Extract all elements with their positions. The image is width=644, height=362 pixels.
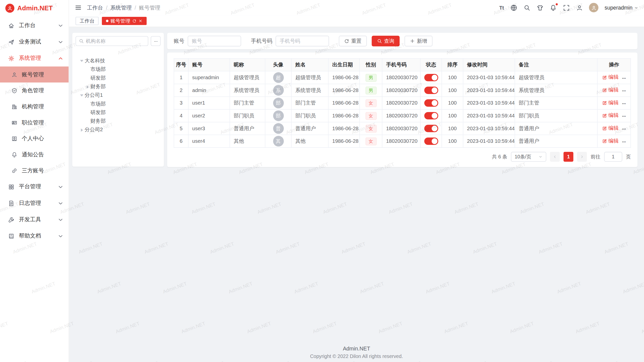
sidebar-item-系统管理[interactable]: 系统管理	[0, 50, 69, 66]
row-more-button[interactable]: ···	[622, 126, 626, 132]
goto-page-input[interactable]	[604, 152, 622, 162]
sidebar-subitem-通知公告[interactable]: 通知公告	[0, 147, 69, 163]
theme-icon-button[interactable]	[536, 4, 543, 11]
status-toggle[interactable]	[424, 99, 438, 107]
table-column-性别: 性别	[359, 59, 382, 71]
gender-badge: 女	[365, 112, 376, 120]
row-more-button[interactable]: ···	[622, 101, 626, 107]
edit-icon	[602, 139, 607, 144]
sidebar-item-工作台[interactable]: 工作台	[0, 17, 69, 34]
table-row: 3user1部门主管部部门主管1986-06-28女18020030720100…	[174, 97, 631, 109]
cell-phone: 18020030720	[382, 135, 420, 148]
sidebar-subitem-机构管理[interactable]: 机构管理	[0, 99, 69, 115]
tree-node-市场部[interactable]: 市场部	[75, 65, 160, 74]
sidebar-item-业务测试[interactable]: 业务测试	[0, 34, 69, 50]
tree-node-分公司2[interactable]: 分公司2	[75, 126, 160, 134]
sidebar-item-label: 系统管理	[19, 55, 53, 62]
org-search-input[interactable]	[86, 38, 145, 44]
sidebar-subitem-职位管理[interactable]: 职位管理	[0, 115, 69, 131]
status-toggle[interactable]	[424, 138, 438, 145]
globe-icon-button[interactable]	[510, 4, 517, 11]
cell-gender: 男	[359, 71, 382, 84]
add-button[interactable]: 新增	[405, 36, 432, 46]
status-toggle[interactable]	[424, 74, 438, 81]
org-more-button[interactable]: ···	[151, 36, 160, 46]
sidebar-item-帮助文档[interactable]: 帮助文档	[0, 228, 69, 244]
active-tab-dot	[106, 20, 108, 22]
tree-node-研发部[interactable]: 研发部	[75, 108, 160, 117]
tab-refresh-icon[interactable]	[132, 19, 136, 23]
status-toggle[interactable]	[424, 86, 438, 94]
cell-ops: 编辑···	[597, 135, 631, 148]
tree-node-大名科技[interactable]: 大名科技	[75, 57, 160, 65]
page-size-select[interactable]: 10条/页	[511, 152, 546, 162]
row-more-button[interactable]: ···	[622, 75, 626, 81]
row-more-button[interactable]: ···	[622, 114, 626, 119]
user-icon-button[interactable]	[576, 4, 583, 11]
status-toggle[interactable]	[424, 112, 438, 119]
pagination-total: 共 6 条	[492, 153, 507, 160]
account-filter-input[interactable]	[188, 36, 241, 46]
reset-button[interactable]: 重置	[339, 36, 367, 46]
accounts-table-card: 序号账号昵称头像姓名出生日期性别手机号码状态排序修改时间备注操作 1supera…	[167, 53, 637, 167]
tree-node-财务部[interactable]: 财务部	[75, 82, 160, 91]
page-number-button[interactable]: 1	[564, 152, 573, 162]
user-menu[interactable]: superadmin	[605, 5, 638, 11]
sidebar-subitem-个人中心[interactable]: 个人中心	[0, 130, 69, 147]
tab-close-icon[interactable]	[138, 19, 142, 23]
sidebar-subitem-三方账号[interactable]: 三方账号	[0, 163, 69, 179]
topbar: 工作台 / 系统管理 / 账号管理 Tt superadmin	[69, 0, 644, 15]
cell-remark: 系统管理员	[515, 84, 597, 97]
sidebar-item-平台管理[interactable]: 平台管理	[0, 178, 69, 195]
grid-icon	[8, 184, 14, 190]
hamburger-menu-button[interactable]	[75, 4, 82, 11]
topbar-right: Tt superadmin	[499, 3, 638, 12]
table-column-状态: 状态	[420, 59, 442, 71]
prev-page-button[interactable]	[550, 152, 560, 162]
query-button[interactable]: 查询	[372, 36, 400, 46]
cell-modified: 2023-01-03 10:59:44	[463, 71, 515, 84]
phone-filter-input[interactable]	[276, 36, 329, 46]
tool-icon	[8, 216, 14, 222]
tab-workbench[interactable]: 工作台	[75, 17, 98, 25]
toggle-knob	[431, 75, 437, 80]
sidebar-item-日志管理[interactable]: 日志管理	[0, 195, 69, 211]
search-icon-button[interactable]	[523, 4, 530, 11]
chevron-down-icon	[58, 22, 64, 28]
edit-action[interactable]: 编辑	[602, 138, 619, 145]
fullscreen-icon-button[interactable]	[563, 4, 570, 11]
row-more-button[interactable]: ···	[622, 88, 626, 94]
bell-icon-button[interactable]	[550, 4, 557, 11]
page-size-value: 10条/页	[515, 153, 531, 160]
cell-birth: 1986-06-28	[328, 71, 359, 84]
cell-order: 100	[442, 84, 463, 97]
close-icon	[138, 19, 142, 23]
sidebar-subitem-角色管理[interactable]: 角色管理	[0, 82, 69, 99]
chevron-down-icon	[58, 39, 64, 45]
table-column-昵称: 昵称	[230, 59, 265, 71]
tree-node-分公司1[interactable]: 分公司1	[75, 91, 160, 100]
search-icon	[377, 38, 382, 43]
status-toggle[interactable]	[424, 125, 438, 132]
tree-node-市场部[interactable]: 市场部	[75, 100, 160, 108]
edit-action[interactable]: 编辑	[602, 112, 619, 119]
tab-account-management[interactable]: 账号管理	[102, 17, 147, 25]
tree-node-财务部[interactable]: 财务部	[75, 117, 160, 125]
breadcrumb-item[interactable]: 工作台	[87, 4, 103, 11]
phone-filter-label: 手机号码	[251, 37, 272, 45]
breadcrumb-item[interactable]: 系统管理	[110, 4, 132, 11]
edit-action[interactable]: 编辑	[602, 100, 619, 107]
row-more-button[interactable]: ···	[622, 139, 626, 145]
cell-gender: 女	[359, 135, 382, 148]
sidebar-item-开发工具[interactable]: 开发工具	[0, 211, 69, 228]
user-avatar[interactable]	[589, 3, 598, 12]
fontsize-icon-button[interactable]: Tt	[499, 4, 504, 11]
sidebar-subitem-账号管理[interactable]: 账号管理	[0, 66, 69, 82]
edit-action[interactable]: 编辑	[602, 125, 619, 132]
edit-action[interactable]: 编辑	[602, 87, 619, 94]
edit-action[interactable]: 编辑	[602, 74, 619, 81]
tree-node-label: 研发部	[90, 75, 106, 82]
next-page-button[interactable]	[577, 152, 587, 162]
row-avatar: 其	[273, 136, 284, 146]
tree-node-研发部[interactable]: 研发部	[75, 74, 160, 82]
